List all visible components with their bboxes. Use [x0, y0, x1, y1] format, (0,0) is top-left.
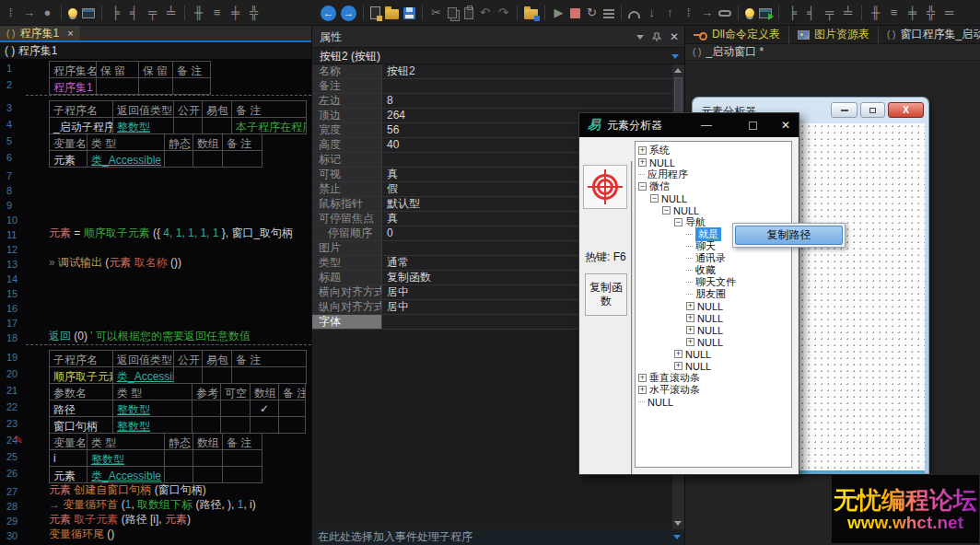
copy-function-button[interactable]: 复制函数	[585, 273, 627, 316]
tab-program-set-1[interactable]: ( ) 程序集1 ×	[0, 26, 80, 41]
expand-icon[interactable]: +	[638, 386, 647, 394]
code-line[interactable]: 9	[0, 197, 311, 212]
breakpoints-icon[interactable]: ⁞	[682, 6, 695, 20]
property-value[interactable]: 按钮2	[382, 64, 672, 78]
close-icon[interactable]: ✕	[781, 119, 790, 132]
run-icon[interactable]: ▶	[552, 6, 566, 20]
align-bottom-icon[interactable]: ╧	[164, 6, 178, 20]
code-line[interactable]: 15	[0, 285, 311, 300]
tree-item-label[interactable]: NULL	[697, 337, 723, 348]
maximize-button[interactable]	[860, 102, 885, 118]
property-value[interactable]	[382, 79, 672, 93]
designer-subtab[interactable]: ( ) _启动窗口 *	[685, 44, 980, 61]
tab-window-program-set[interactable]: ( ) 窗口程序集_启动	[878, 26, 980, 44]
capture-target-button[interactable]	[583, 165, 627, 209]
code-line[interactable]: 16	[0, 300, 311, 315]
tree-item[interactable]: −NULL	[636, 204, 791, 216]
code-line[interactable]: 18返回 (0) ' 可以根据您的需要返回任意数值	[0, 330, 311, 344]
redo-icon[interactable]: ↷	[496, 6, 510, 20]
code-line[interactable]: 30变量循环尾 ()	[0, 528, 311, 542]
save-icon[interactable]	[403, 7, 415, 19]
code-line[interactable]: 10	[0, 212, 311, 226]
code-line[interactable]: 28→ 变量循环首 (1, 取数组下标 (路径, ), 1, i)	[0, 498, 311, 513]
tree-item-label[interactable]: 系统	[649, 144, 670, 157]
expand-icon[interactable]: +	[686, 302, 694, 310]
align-left-icon[interactable]: ╞	[109, 6, 122, 20]
tree-item[interactable]: 朋友圈	[636, 288, 791, 300]
tree-item[interactable]: −NULL	[636, 192, 791, 204]
same-size-w-icon[interactable]: ╫	[869, 6, 882, 20]
step-into-icon[interactable]: ↓	[645, 6, 659, 20]
element-tree[interactable]: +系统+NULL应用程序−微信−NULL−NULL−导航就是聊天通讯录收藏聊天文…	[635, 141, 792, 468]
step-out-icon[interactable]: ↑	[663, 6, 677, 20]
maximize-icon[interactable]	[749, 122, 757, 130]
token-ball-icon[interactable]: ●	[41, 6, 54, 20]
close-icon[interactable]: ✕	[670, 26, 679, 48]
expand-icon[interactable]: +	[674, 350, 682, 358]
expand-icon[interactable]: +	[674, 362, 682, 370]
align-left-2-icon[interactable]: ╞	[786, 6, 799, 20]
code-line[interactable]: 19子程序名返回值类型公开易包备 注	[0, 350, 311, 367]
restart-icon[interactable]: ↻	[585, 6, 599, 20]
tab-image-resources[interactable]: 图片资源表	[788, 26, 878, 44]
code-line[interactable]: 4_启动子程序整数型本子程序在程序	[0, 117, 311, 134]
distribute-v-icon[interactable]: ╬	[924, 6, 938, 20]
tree-item-label[interactable]: NULL	[649, 157, 675, 168]
collapse-icon[interactable]: −	[650, 194, 659, 203]
close-button[interactable]: X	[888, 102, 924, 118]
code-line[interactable]: 13» 调试输出 (元素 取名称 ())	[0, 256, 311, 271]
tree-item[interactable]: +NULL	[636, 300, 791, 312]
code-line[interactable]: 3子程序名返回值类型公开易包备 注	[0, 100, 311, 118]
align-right-icon[interactable]: ╡	[127, 6, 141, 20]
code-line[interactable]: 1程序集名保 留保 留备 注	[0, 61, 311, 78]
tree-item[interactable]: +NULL	[636, 336, 791, 348]
tree-item[interactable]: +NULL	[636, 324, 791, 336]
code-line[interactable]: 2程序集1	[0, 77, 311, 95]
tree-item-label[interactable]: NULL	[697, 301, 723, 312]
collapse-icon[interactable]: −	[674, 218, 682, 226]
cut-icon[interactable]: ✂	[429, 6, 443, 20]
debug-gauge-icon[interactable]	[628, 11, 640, 18]
stop-icon[interactable]	[570, 8, 580, 18]
tree-item[interactable]: +水平滚动条	[636, 384, 791, 396]
tree-item[interactable]: +NULL	[636, 348, 791, 360]
code-line[interactable]: 14	[0, 271, 311, 285]
paste-icon[interactable]	[464, 7, 473, 19]
collapse-icon[interactable]: −	[662, 206, 671, 215]
code-line[interactable]: 21参数名类 型参考可空数组备 注	[0, 383, 311, 400]
property-row[interactable]: 左边8	[312, 94, 672, 109]
space-evenly-v-icon[interactable]: ╬	[247, 6, 261, 20]
distribute-h-icon[interactable]: ╪	[905, 6, 919, 20]
code-line[interactable]: 8	[0, 182, 311, 197]
tree-item-label[interactable]: NULL	[661, 193, 687, 204]
object-selector[interactable]: 按钮2 (按钮)	[312, 48, 684, 64]
code-line[interactable]: 25i整数型	[0, 449, 311, 467]
tree-item-label[interactable]: 朋友圈	[695, 287, 726, 301]
goto-arrow-icon[interactable]: →	[22, 6, 36, 20]
property-row[interactable]: 备注	[312, 79, 672, 94]
analyzer-title-bar[interactable]: 易 元素分析器 — ✕	[579, 113, 799, 137]
code-line[interactable]: 27元素 创建自窗口句柄 (窗口句柄)	[0, 483, 311, 498]
tree-item[interactable]: +NULL	[636, 312, 791, 324]
tree-item[interactable]: +系统	[636, 145, 791, 157]
collapse-icon[interactable]: −	[638, 182, 647, 191]
center-in-form-icon[interactable]: ═	[942, 6, 956, 20]
expand-icon[interactable]: +	[638, 146, 647, 155]
property-value[interactable]: 8	[382, 94, 672, 108]
code-line[interactable]: 24✎变量名类 型静态数组备 注	[0, 433, 311, 450]
expand-icon[interactable]: +	[686, 338, 694, 346]
tree-item-label[interactable]: NULL	[648, 397, 673, 408]
code-line[interactable]: 5变量名类 型静态数组备 注	[0, 133, 311, 151]
minimize-button[interactable]	[831, 102, 858, 118]
window-menu-icon[interactable]	[636, 35, 644, 40]
undo-icon[interactable]: ↶	[478, 6, 492, 20]
tree-item-label[interactable]: NULL	[697, 325, 723, 336]
expand-icon[interactable]: +	[638, 374, 647, 382]
tree-item[interactable]: NULL	[636, 396, 791, 408]
code-line[interactable]: 23窗口句柄整数型	[0, 416, 311, 434]
tree-item-label[interactable]: NULL	[673, 205, 699, 216]
code-line[interactable]: 11元素 = 顺序取子元素 ({ 4, 1, 1, 1, 1 }, 窗口_取句柄	[0, 226, 311, 241]
attach-link-icon[interactable]	[718, 10, 731, 17]
tab-close-icon[interactable]: ×	[67, 28, 73, 39]
tree-item-label[interactable]: NULL	[697, 313, 723, 324]
